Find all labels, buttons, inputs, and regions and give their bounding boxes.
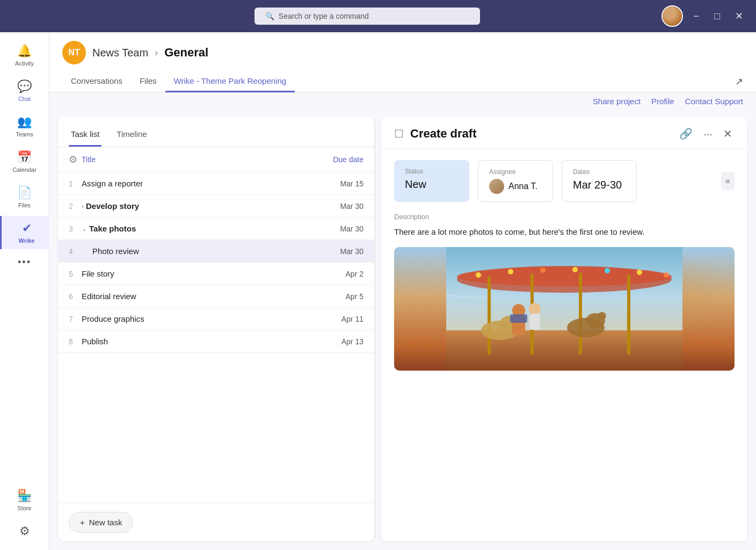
settings-icon[interactable]: ⚙ <box>69 154 77 165</box>
sidebar-item-files[interactable]: 📄 Files <box>3 180 46 214</box>
col-due-date: Due date <box>333 155 364 164</box>
assignee-block[interactable]: Assignee Anna T. <box>478 160 553 202</box>
tab-timeline[interactable]: Timeline <box>114 125 149 147</box>
svg-point-23 <box>605 268 610 273</box>
task-panel-header: Task list Timeline <box>58 117 374 147</box>
task-number: 4 <box>69 247 82 256</box>
sidebar-item-settings[interactable]: ⚙ <box>3 519 46 544</box>
task-due-date: Mar 30 <box>340 247 364 256</box>
minimize-button[interactable]: − <box>689 9 704 24</box>
task-number: 2 <box>69 202 82 211</box>
sidebar-item-wrike[interactable]: ✔ Wrike <box>0 216 49 249</box>
svg-point-21 <box>540 267 546 273</box>
sidebar-item-teams[interactable]: 👥 Teams <box>3 110 46 143</box>
expand-icon[interactable]: ⌄ <box>82 225 87 233</box>
new-task-button[interactable]: + New task <box>69 512 133 533</box>
share-project-link[interactable]: Share project <box>593 97 641 106</box>
expand-icon[interactable]: › <box>82 202 84 210</box>
task-panel-footer: + New task <box>58 503 374 541</box>
task-row[interactable]: 8PublishApr 13 <box>58 330 374 353</box>
carousel-image <box>394 247 735 371</box>
task-panel: Task list Timeline ⚙ Title Due date 1Ass… <box>58 117 375 541</box>
title-bar: 🔍 Search or type a command − □ ✕ <box>0 0 756 32</box>
task-number: 5 <box>69 270 82 278</box>
tab-wrike[interactable]: Wrike - Theme Park Reopening <box>165 71 295 92</box>
dates-value: Mar 29-30 <box>573 179 626 191</box>
task-title: Develop story <box>86 201 340 211</box>
dates-block[interactable]: Dates Mar 29-30 <box>562 160 637 202</box>
user-avatar[interactable] <box>662 5 683 27</box>
sidebar-item-calendar[interactable]: 📅 Calendar <box>3 145 46 178</box>
task-due-date: Apr 2 <box>346 270 364 278</box>
teams-icon: 👥 <box>17 115 32 129</box>
title-bar-controls: − □ ✕ <box>662 5 747 27</box>
settings-icon: ⚙ <box>19 524 30 538</box>
task-title: Produce graphics <box>82 314 341 323</box>
svg-point-17 <box>529 303 541 315</box>
task-checkbox-icon: ☐ <box>394 127 404 140</box>
sidebar-item-more[interactable]: ••• <box>3 251 46 273</box>
detail-panel: ☐ Create draft 🔗 ··· ✕ Status New Assign… <box>381 117 747 541</box>
task-title: File story <box>82 269 346 278</box>
app-layout: 🔔 Activity 💬 Chat 👥 Teams 📅 Calendar 📄 F… <box>0 32 756 550</box>
title-bar-search: 🔍 Search or type a command <box>73 8 662 25</box>
contact-support-link[interactable]: Contact Support <box>685 97 743 106</box>
task-number: 7 <box>69 315 82 323</box>
tab-tasklist[interactable]: Task list <box>69 125 101 147</box>
dates-label: Dates <box>573 168 626 176</box>
task-number: 3 <box>69 225 82 233</box>
profile-link[interactable]: Profile <box>651 97 674 106</box>
search-box[interactable]: 🔍 Search or type a command <box>255 8 480 25</box>
task-due-date: Apr 5 <box>346 292 364 301</box>
task-list: 1Assign a reporterMar 152›Develop storyM… <box>58 172 374 503</box>
task-row[interactable]: 6Editorial reviewApr 5 <box>58 285 374 308</box>
sidebar-item-store[interactable]: 🏪 Store <box>3 483 46 517</box>
search-placeholder: Search or type a command <box>279 12 369 20</box>
link-icon[interactable]: 🔗 <box>677 125 695 142</box>
close-button[interactable]: ✕ <box>731 8 747 24</box>
more-options-icon[interactable]: ··· <box>701 126 715 142</box>
channel-header: NT News Team › General Conversations Fil… <box>49 32 756 92</box>
task-row[interactable]: 5File storyApr 2 <box>58 263 374 285</box>
assignee-avatar <box>489 179 504 194</box>
sidebar-item-activity[interactable]: 🔔 Activity <box>3 39 46 72</box>
detail-meta: Status New Assignee Anna T. Dates Mar 29… <box>381 149 747 213</box>
more-icon: ••• <box>18 257 31 268</box>
sidebar: 🔔 Activity 💬 Chat 👥 Teams 📅 Calendar 📄 F… <box>0 32 49 550</box>
task-due-date: Mar 30 <box>340 225 364 233</box>
task-row[interactable]: 3⌄Take photosMar 30 <box>58 218 374 240</box>
plus-icon: + <box>80 518 85 527</box>
store-icon: 🏪 <box>17 489 32 503</box>
svg-point-13 <box>598 312 606 320</box>
tab-files[interactable]: Files <box>131 71 165 92</box>
chat-icon: 💬 <box>17 79 32 93</box>
action-bar: Share project Profile Contact Support <box>49 92 756 108</box>
files-icon: 📄 <box>17 186 32 200</box>
breadcrumb: NT News Team › General <box>62 41 743 64</box>
task-row[interactable]: 1Assign a reporterMar 15 <box>58 172 374 195</box>
tab-conversations[interactable]: Conversations <box>62 71 131 92</box>
status-label: Status <box>405 168 459 175</box>
carousel-svg <box>394 247 735 371</box>
maximize-button[interactable]: □ <box>710 9 724 24</box>
status-block[interactable]: Status New <box>394 160 469 202</box>
external-link-icon[interactable]: ↗ <box>731 71 743 92</box>
svg-point-22 <box>572 267 578 272</box>
svg-point-25 <box>664 272 669 278</box>
task-title: Take photos <box>89 224 340 233</box>
channel-name: General <box>164 46 208 60</box>
task-title: Publish <box>82 337 341 346</box>
sidebar-item-chat[interactable]: 💬 Chat <box>3 74 46 107</box>
collapse-button[interactable]: « <box>721 172 735 190</box>
task-number: 8 <box>69 337 82 346</box>
task-title: Assign a reporter <box>82 179 340 188</box>
task-row[interactable]: 7Produce graphicsApr 11 <box>58 308 374 330</box>
task-row[interactable]: 4Photo reviewMar 30 <box>58 240 374 263</box>
assignee-name: Anna T. <box>508 182 537 191</box>
status-value: New <box>405 178 459 191</box>
close-icon[interactable]: ✕ <box>721 125 735 142</box>
team-avatar: NT <box>62 41 86 64</box>
svg-rect-18 <box>529 314 540 330</box>
task-row[interactable]: 2›Develop storyMar 30 <box>58 195 374 218</box>
svg-point-24 <box>637 270 642 275</box>
